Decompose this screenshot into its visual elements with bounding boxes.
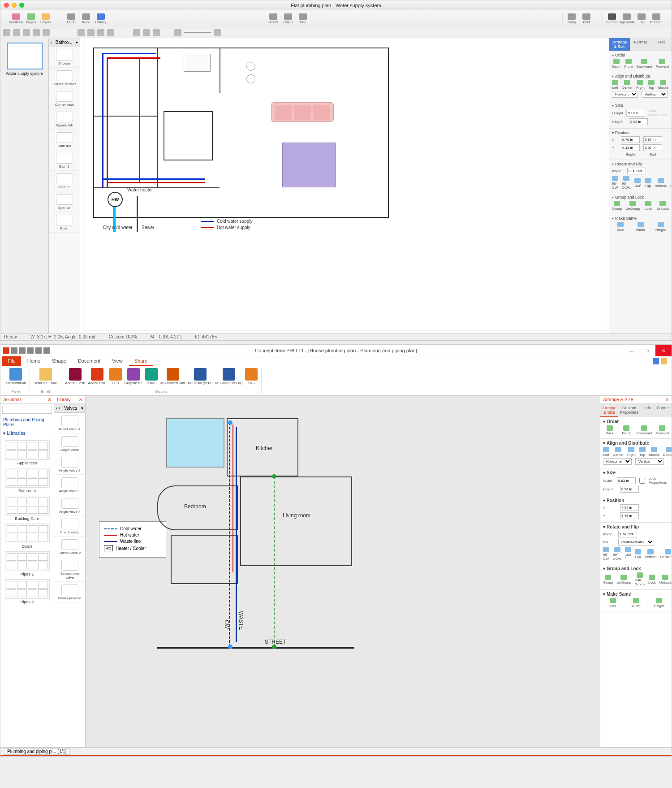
hand-tool-icon[interactable] xyxy=(133,29,140,36)
pages-button[interactable]: Pages xyxy=(24,13,38,25)
chain-button[interactable]: Chain xyxy=(281,13,295,25)
shape-item[interactable]: Bath 1 xyxy=(49,150,80,171)
group-button[interactable]: Group xyxy=(612,201,622,211)
stove-shape[interactable] xyxy=(184,54,211,72)
dropdown-icon[interactable]: ▾ xyxy=(76,40,78,45)
unlock-button[interactable]: UnLock xyxy=(657,201,669,211)
arc-tool-icon[interactable] xyxy=(107,29,114,36)
pencil-tool-icon[interactable] xyxy=(43,29,50,36)
align-right-button[interactable]: Right xyxy=(627,447,636,457)
forward-button[interactable]: Forward xyxy=(656,59,669,69)
floor-plan[interactable]: HW Water heater xyxy=(93,48,389,218)
library-item[interactable]: Check valve xyxy=(54,516,85,537)
lock-button[interactable]: Lock xyxy=(648,575,656,585)
tab-document[interactable]: Document xyxy=(73,356,106,366)
app-icon[interactable] xyxy=(3,347,9,354)
sendemail-button[interactable]: Send via Email xyxy=(34,368,57,385)
library-item[interactable]: Angle valve 4 xyxy=(54,495,85,516)
chair-shape[interactable] xyxy=(246,62,255,71)
canvas[interactable]: HW Water heater City cold water Sewer xyxy=(80,38,609,333)
align-top-button[interactable]: Top xyxy=(648,80,655,90)
makesame-header[interactable]: ▾ Make Same xyxy=(603,592,669,597)
library-category[interactable]: Building Core xyxy=(2,496,52,521)
tab-view[interactable]: View xyxy=(107,356,128,366)
shape-item[interactable]: Bidet xyxy=(49,212,80,233)
tab-format[interactable]: Format xyxy=(655,404,672,417)
redo-button[interactable]: Redo xyxy=(79,13,93,25)
library-item[interactable]: Angle valve 3 xyxy=(54,475,85,495)
library-item[interactable]: Relief valve 4 xyxy=(54,413,85,433)
shape-item[interactable]: Square tub xyxy=(49,109,80,130)
same-height-button[interactable]: Height xyxy=(652,222,669,232)
group-header[interactable]: ▾ Group and Lock xyxy=(603,566,669,571)
rotate-cw-button[interactable]: 90° CW xyxy=(603,547,609,561)
close-button[interactable]: ✕ xyxy=(655,345,672,356)
rotate-header[interactable]: ▾ Rotate and Flip xyxy=(603,524,669,529)
align-center-button[interactable]: Center xyxy=(613,447,624,457)
editgroup-button[interactable]: Edit Group xyxy=(635,572,645,586)
water-heater-icon[interactable]: HW xyxy=(108,192,123,207)
shape-item[interactable]: Bath 2 xyxy=(49,171,80,191)
library-category[interactable]: Pipes 1 xyxy=(2,551,52,576)
x-input[interactable] xyxy=(620,504,639,511)
flash-button[interactable]: Adobe Flash xyxy=(65,368,85,385)
close-icon[interactable] xyxy=(4,3,9,8)
sofa-shape[interactable] xyxy=(271,102,334,122)
same-width-button[interactable]: Width xyxy=(632,222,649,232)
flip-vert-button[interactable]: Vertical xyxy=(655,178,667,188)
y-end-input[interactable] xyxy=(643,144,662,151)
length-input[interactable] xyxy=(626,110,645,117)
floor-plan[interactable]: Kitchen Bedroom Living room STREET CW WA… xyxy=(157,414,354,620)
rotate-ccw-button[interactable]: 90° CCW xyxy=(622,176,630,190)
group-header[interactable]: Group and Lock xyxy=(612,195,669,199)
order-header[interactable]: Order xyxy=(612,53,669,57)
flip-horiz-button[interactable]: Horizontal xyxy=(660,549,672,559)
street-line[interactable] xyxy=(157,647,354,649)
help-icon[interactable] xyxy=(653,358,659,364)
library-item[interactable]: Screwdown valve xyxy=(54,557,85,582)
undo-icon[interactable] xyxy=(19,347,26,354)
pointer-tool-icon[interactable] xyxy=(3,29,10,36)
tab-home[interactable]: Home xyxy=(22,356,46,366)
align-bottom-button[interactable]: Bottom xyxy=(663,447,672,457)
height-input[interactable] xyxy=(629,118,648,125)
line-tool-icon[interactable] xyxy=(33,29,40,36)
crop-tool-icon[interactable] xyxy=(153,29,160,36)
backward-button[interactable]: Backward xyxy=(637,59,652,69)
search-input[interactable] xyxy=(2,406,52,414)
front-button[interactable]: Front xyxy=(620,425,633,435)
back-button[interactable]: Back xyxy=(603,425,616,435)
tree-button[interactable]: Tree xyxy=(296,13,310,25)
shape-item[interactable]: Bath tub xyxy=(49,130,80,150)
position-header[interactable]: Position xyxy=(612,130,669,135)
settings-icon[interactable] xyxy=(661,358,667,364)
smart-button[interactable]: Smart xyxy=(266,13,280,25)
y-begin-input[interactable] xyxy=(621,144,640,151)
shape-item[interactable]: Shower xyxy=(49,47,80,68)
tab-file[interactable]: File xyxy=(2,356,21,366)
align-middle-button[interactable]: Middle xyxy=(649,447,660,457)
width-input[interactable] xyxy=(617,477,636,484)
tab-text[interactable]: Text xyxy=(651,38,672,51)
zoom-slider[interactable] xyxy=(184,32,211,33)
ungroup-button[interactable]: UnGroup xyxy=(625,201,640,211)
unlock-button[interactable]: UnLock xyxy=(659,575,672,585)
minimize-button[interactable]: — xyxy=(623,345,639,356)
grid-button[interactable]: Grid xyxy=(579,13,594,25)
info-button[interactable]: Info xyxy=(634,13,649,25)
align-left-button[interactable]: Left xyxy=(603,447,609,457)
plan-tree-item[interactable]: Plumbing and Piping Plans xyxy=(0,416,54,429)
presentation-button[interactable]: Presentation xyxy=(6,368,26,385)
text-tool-icon[interactable] xyxy=(23,29,30,36)
minimize-icon[interactable] xyxy=(12,3,17,8)
rotate-cw-button[interactable]: 90° CW xyxy=(612,176,618,190)
vsdx-button[interactable]: MS Visio (VSDX) xyxy=(215,368,243,385)
format-button[interactable]: Format xyxy=(605,13,619,25)
ellipse-tool-icon[interactable] xyxy=(87,29,95,36)
lockprop-checkbox[interactable] xyxy=(639,478,645,484)
front-button[interactable]: Front xyxy=(624,59,633,69)
same-size-button[interactable]: Size xyxy=(612,222,629,232)
back-button[interactable]: Back xyxy=(612,59,620,69)
eps-button[interactable]: EPS xyxy=(109,368,122,385)
backward-button[interactable]: Backward xyxy=(637,425,652,435)
